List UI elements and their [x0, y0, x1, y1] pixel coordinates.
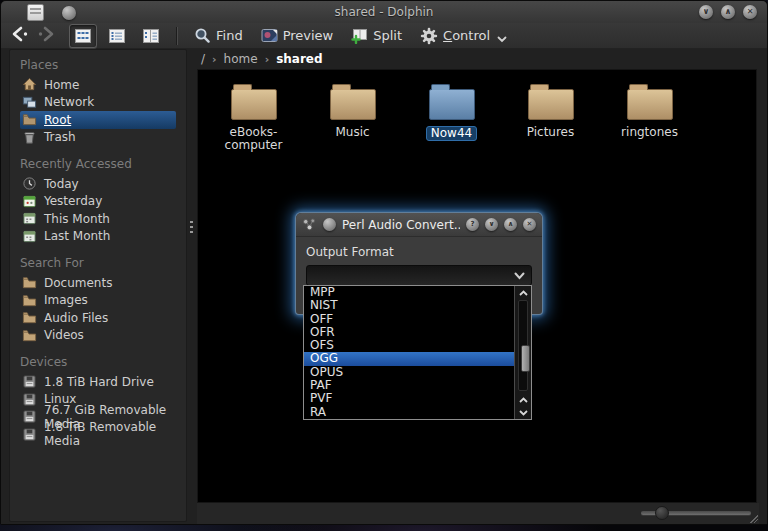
sidebar-item-yesterday[interactable]: Yesterday	[20, 193, 176, 211]
folder-item-now44[interactable]: Now44	[402, 82, 501, 152]
format-option[interactable]: PAF	[304, 379, 514, 392]
section-header-recently-accessed: Recently Accessed	[20, 157, 186, 172]
control-button[interactable]: Control	[414, 25, 513, 47]
folder-item-ebooks-computer[interactable]: eBooks-computer	[204, 82, 303, 152]
sidebar-item-label: Home	[44, 78, 79, 92]
format-option-selected[interactable]: OGG	[304, 352, 514, 365]
drive-icon	[22, 392, 37, 407]
sidebar-item-home[interactable]: Home	[20, 76, 176, 94]
drive-icon	[22, 409, 37, 424]
minimize-button[interactable]: ∨	[699, 5, 713, 19]
format-option[interactable]: NIST	[304, 299, 514, 312]
window-menu-button[interactable]	[62, 6, 76, 20]
back-button[interactable]	[9, 26, 31, 46]
sidebar-item-label: This Month	[44, 212, 110, 226]
details-view-icon	[109, 29, 125, 43]
format-option[interactable]: OFS	[304, 339, 514, 352]
output-format-combobox[interactable]	[306, 265, 532, 286]
folder-icon	[330, 89, 376, 120]
sidebar-item-today[interactable]: Today	[20, 175, 176, 193]
format-option[interactable]: OFF	[304, 313, 514, 326]
preview-button[interactable]: Preview	[255, 26, 340, 45]
dialog-menu-button[interactable]	[323, 218, 336, 231]
resize-grip-icon[interactable]	[750, 515, 758, 523]
format-option[interactable]: OFR	[304, 326, 514, 339]
status-bar	[197, 503, 759, 524]
trash-icon	[22, 130, 37, 145]
title-bar[interactable]: shared - Dolphin ∨ ∧ ✕	[1, 1, 767, 23]
sidebar-item-documents[interactable]: Documents	[20, 274, 176, 292]
sidebar-item-videos[interactable]: Videos	[20, 327, 176, 345]
sidebar-item-trash[interactable]: Trash	[20, 129, 176, 147]
sidebar-item-last-month[interactable]: Last Month	[20, 228, 176, 246]
sidebar-item-label: 1.8 TiB Hard Drive	[44, 375, 154, 389]
sidebar-item-label: Last Month	[44, 229, 110, 243]
close-button[interactable]: ✕	[743, 5, 757, 19]
format-option[interactable]: PVF	[304, 392, 514, 405]
dialog-title-bar[interactable]: Perl Audio Convert... ? ∨ ∧ ✕	[296, 213, 542, 237]
breadcrumb-root[interactable]: /	[201, 52, 205, 66]
scrollbar-track[interactable]	[518, 300, 528, 391]
search-icon	[194, 27, 211, 44]
sidebar-item-hard-drive[interactable]: 1.8 TiB Hard Drive	[20, 373, 176, 391]
scroll-down-button[interactable]	[515, 406, 531, 419]
sidebar-item-images[interactable]: Images	[20, 292, 176, 310]
split-label: Split	[373, 28, 402, 43]
chevron-up-icon	[519, 397, 528, 403]
breadcrumb-current[interactable]: shared	[276, 52, 322, 66]
breadcrumb-home[interactable]: home	[224, 52, 258, 66]
sidebar-item-network[interactable]: Network	[20, 94, 176, 112]
folder-icon	[231, 89, 277, 120]
format-option[interactable]: RA	[304, 406, 514, 419]
scroll-up-button-2[interactable]	[515, 393, 531, 406]
dialog-close-button[interactable]: ✕	[523, 218, 536, 231]
maximize-button[interactable]: ∧	[721, 5, 735, 19]
calendar-green-icon	[22, 194, 37, 209]
splitter-grip-icon	[190, 221, 193, 235]
dialog-minimize-button[interactable]: ∨	[485, 218, 498, 231]
view-columns-button[interactable]	[137, 24, 165, 48]
zoom-slider[interactable]	[641, 511, 751, 515]
clock-icon	[22, 176, 37, 191]
scroll-up-button[interactable]	[515, 286, 531, 299]
folder-item-ringtones[interactable]: ringtones	[600, 82, 699, 152]
folder-icon	[528, 89, 574, 120]
folder-item-pictures[interactable]: Pictures	[501, 82, 600, 152]
format-dropdown-list: MPP NIST OFF OFR OFS OGG OPUS PAF PVF RA	[303, 285, 532, 420]
scrollbar-thumb[interactable]	[521, 345, 530, 372]
sidebar-item-label: Videos	[44, 328, 84, 342]
format-option[interactable]: OPUS	[304, 366, 514, 379]
forward-button[interactable]	[35, 26, 57, 46]
folder-item-music[interactable]: Music	[303, 82, 402, 152]
sidebar-item-removable-media-2[interactable]: 1.8 TiB Removable Media	[20, 426, 176, 444]
drive-icon	[22, 427, 37, 442]
view-details-button[interactable]	[103, 24, 131, 48]
folder-label: ringtones	[611, 126, 689, 139]
output-format-label: Output Format	[306, 245, 532, 259]
folder-label: Music	[314, 126, 392, 139]
sidebar-item-label: Trash	[44, 130, 76, 144]
network-icon	[22, 95, 37, 110]
folder-icon	[22, 293, 37, 308]
dropdown-scrollbar[interactable]	[514, 286, 531, 419]
places-panel: Places Home Network Root Trash Recently …	[9, 49, 187, 522]
sidebar-item-root[interactable]: Root	[20, 111, 176, 129]
view-icons-button[interactable]	[69, 24, 97, 48]
preview-label: Preview	[283, 28, 334, 43]
split-button[interactable]: Split	[345, 26, 408, 46]
folder-icon	[22, 328, 37, 343]
calendar-icon	[22, 229, 37, 244]
sidebar-item-label: Yesterday	[44, 194, 102, 208]
dialog-maximize-button[interactable]: ∧	[504, 218, 517, 231]
sidebar-item-label: Images	[44, 293, 88, 307]
zoom-slider-handle[interactable]	[655, 506, 669, 520]
sidebar-item-label: Root	[44, 113, 71, 127]
dialog-help-button[interactable]: ?	[466, 218, 479, 231]
format-option[interactable]: MPP	[304, 286, 514, 299]
sidebar-item-this-month[interactable]: This Month	[20, 210, 176, 228]
find-button[interactable]: Find	[188, 25, 249, 46]
panel-splitter[interactable]	[187, 49, 197, 524]
folder-icon	[22, 112, 37, 127]
sidebar-item-audio-files[interactable]: Audio Files	[20, 309, 176, 327]
window-title: shared - Dolphin	[1, 5, 767, 19]
